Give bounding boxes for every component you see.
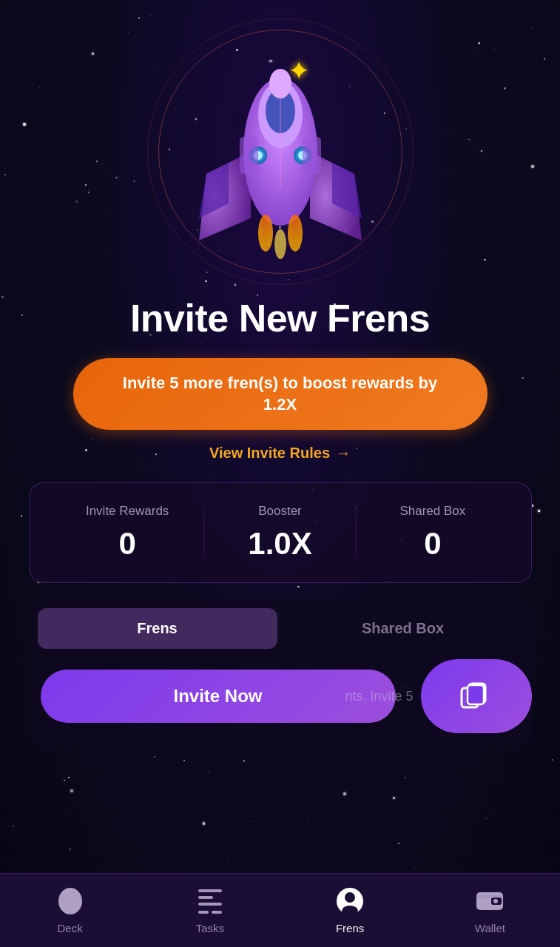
tasks-lines-icon bbox=[198, 889, 222, 914]
tabs-header: Frens Shared Box bbox=[29, 599, 532, 658]
tasks-icon bbox=[195, 886, 225, 916]
deck-icon-svg bbox=[56, 887, 84, 915]
svg-rect-20 bbox=[468, 685, 484, 704]
bottom-navigation: Deck Tasks Frens bbox=[0, 873, 560, 947]
nav-item-frens[interactable]: Frens bbox=[280, 886, 420, 934]
svg-point-23 bbox=[345, 892, 355, 903]
nav-item-tasks[interactable]: Tasks bbox=[140, 886, 280, 934]
hero-section: ✦ bbox=[0, 0, 560, 747]
booster-stat: Booster 1.0X bbox=[204, 504, 356, 562]
nav-deck-label: Deck bbox=[58, 922, 83, 934]
wallet-icon-svg bbox=[475, 889, 505, 913]
tab-shared-box-label: Shared Box bbox=[362, 620, 444, 636]
arrow-icon: → bbox=[336, 445, 351, 462]
nav-tasks-label: Tasks bbox=[196, 922, 224, 934]
nav-item-deck[interactable]: Deck bbox=[0, 886, 140, 934]
frens-icon bbox=[335, 886, 365, 916]
stats-card: Invite Rewards 0 Booster 1.0X Shared Box… bbox=[29, 482, 532, 583]
booster-label: Booster bbox=[258, 504, 302, 519]
nav-wallet-label: Wallet bbox=[475, 922, 505, 934]
view-rules-text: View Invite Rules bbox=[209, 445, 330, 462]
share-icon bbox=[458, 678, 495, 715]
booster-value: 1.0X bbox=[248, 526, 311, 562]
svg-point-21 bbox=[58, 888, 82, 914]
nav-item-wallet[interactable]: Wallet bbox=[420, 886, 560, 934]
nav-frens-label: Frens bbox=[336, 922, 364, 934]
svg-rect-28 bbox=[476, 895, 503, 898]
tab-shared-box[interactable]: Shared Box bbox=[283, 608, 523, 649]
tab-frens[interactable]: Frens bbox=[38, 608, 277, 649]
tab-content: Invite Now nts. Invite 5 bbox=[29, 658, 532, 747]
page-title: Invite New Frens bbox=[130, 296, 430, 340]
shared-box-label: Shared Box bbox=[399, 504, 465, 519]
spaceship-container: ✦ bbox=[144, 15, 417, 289]
tab-frens-label: Frens bbox=[137, 620, 177, 636]
invite-rewards-value: 0 bbox=[118, 526, 135, 562]
share-button[interactable] bbox=[421, 659, 532, 733]
shared-box-value: 0 bbox=[424, 526, 441, 562]
deck-icon bbox=[55, 886, 85, 916]
invite-now-button[interactable]: Invite Now bbox=[41, 670, 396, 723]
svg-rect-12 bbox=[303, 137, 321, 174]
svg-point-14 bbox=[258, 215, 273, 252]
invite-rewards-stat: Invite Rewards 0 bbox=[52, 504, 203, 562]
shared-box-stat: Shared Box 0 bbox=[357, 504, 508, 562]
sparkle-icon: ✦ bbox=[288, 55, 310, 87]
svg-point-16 bbox=[274, 229, 286, 259]
spaceship-image bbox=[177, 41, 384, 263]
svg-point-27 bbox=[493, 899, 498, 903]
svg-point-15 bbox=[288, 215, 303, 252]
view-invite-rules-link[interactable]: View Invite Rules → bbox=[209, 445, 351, 462]
wallet-icon bbox=[475, 886, 505, 916]
boost-button[interactable]: Invite 5 more fren(s) to boost rewards b… bbox=[73, 358, 488, 430]
frens-icon-svg bbox=[335, 886, 365, 916]
invite-rewards-label: Invite Rewards bbox=[86, 504, 169, 519]
faded-hint-text: nts. Invite 5 bbox=[345, 689, 413, 704]
frens-tabs-section: Frens Shared Box Invite Now nts. Invite … bbox=[29, 599, 532, 747]
svg-point-24 bbox=[342, 906, 358, 916]
svg-rect-11 bbox=[240, 137, 258, 174]
